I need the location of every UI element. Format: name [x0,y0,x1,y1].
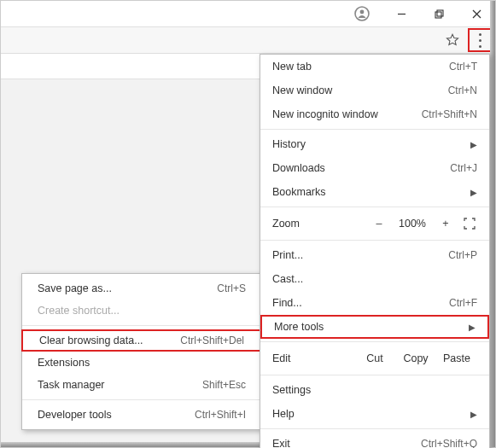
window-shadow [490,1,495,447]
chevron-right-icon: ▶ [470,188,477,197]
minimize-button[interactable] [382,1,420,26]
menu-help[interactable]: Help▶ [260,402,489,426]
menu-settings[interactable]: Settings [260,378,489,402]
menu-separator [260,129,489,130]
menu-zoom: Zoom – 100% + [260,210,489,237]
svg-rect-3 [435,12,441,18]
main-menu: New tabCtrl+T New windowCtrl+N New incog… [260,54,490,448]
browser-window: New tabCtrl+T New windowCtrl+N New incog… [0,0,496,448]
zoom-out-button[interactable]: – [371,218,387,230]
menu-downloads[interactable]: DownloadsCtrl+J [260,156,489,180]
chevron-right-icon: ▶ [470,410,477,419]
menu-separator [260,240,489,241]
menu-find[interactable]: Find...Ctrl+F [260,291,489,315]
chevron-right-icon: ▶ [469,323,476,332]
copy-button[interactable]: Copy [395,352,436,364]
menu-new-window[interactable]: New windowCtrl+N [260,79,489,102]
toolbar [1,26,495,54]
submenu-clear-browsing-data[interactable]: Clear browsing data...Ctrl+Shift+Del [21,329,262,352]
titlebar [1,1,495,26]
menu-separator [260,375,489,375]
menu-history[interactable]: History▶ [260,132,489,156]
chevron-right-icon: ▶ [470,140,477,149]
menu-exit[interactable]: ExitCtrl+Shift+Q [260,432,489,448]
menu-cast[interactable]: Cast... [260,267,489,291]
submenu-developer-tools[interactable]: Developer toolsCtrl+Shift+I [22,404,261,426]
submenu-save-page[interactable]: Save page as...Ctrl+S [22,277,261,300]
menu-new-incognito[interactable]: New incognito windowCtrl+Shift+N [260,102,489,126]
profile-avatar-icon[interactable] [348,1,376,26]
more-menu-button[interactable] [468,28,492,52]
cut-button[interactable]: Cut [354,352,395,364]
svg-point-1 [360,10,365,15]
submenu-task-manager[interactable]: Task managerShift+Esc [22,374,261,396]
submenu-extensions[interactable]: Extensions [22,352,261,374]
menu-print[interactable]: Print...Ctrl+P [260,243,489,267]
submenu-create-shortcut[interactable]: Create shortcut... [22,300,261,322]
menu-more-tools[interactable]: More tools▶ [260,315,489,339]
paste-button[interactable]: Paste [436,352,477,364]
menu-edit: Edit Cut Copy Paste [260,345,489,372]
menu-separator [260,428,489,429]
maximize-button[interactable] [420,1,458,26]
menu-new-tab[interactable]: New tabCtrl+T [260,55,489,79]
more-tools-submenu: Save page as...Ctrl+S Create shortcut...… [21,273,262,430]
svg-rect-4 [437,10,443,16]
fullscreen-icon[interactable] [462,218,477,230]
zoom-in-button[interactable]: + [438,218,453,230]
zoom-percent: 100% [395,218,429,230]
menu-separator [260,207,489,207]
menu-separator [22,325,261,326]
menu-bookmarks[interactable]: Bookmarks▶ [260,180,489,204]
bookmark-star-icon[interactable] [441,28,464,52]
menu-separator [260,341,489,342]
menu-separator [22,399,261,400]
